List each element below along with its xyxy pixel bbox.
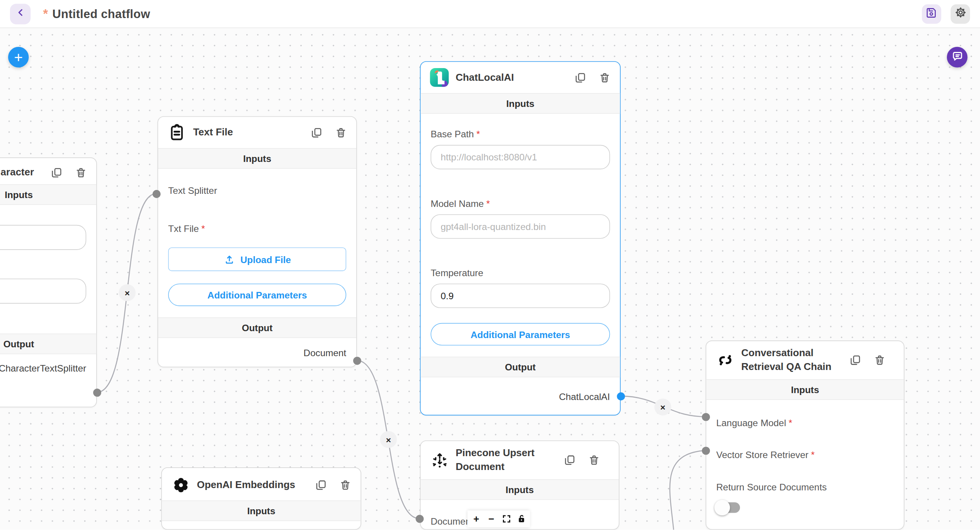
node-conversational-retrieval-qa-chain[interactable]: Conversational Retrieval QA Chain Inputs… — [706, 340, 905, 530]
chat-bubble-icon — [950, 49, 964, 65]
node-inputs: Language Model* Vector Store Retriever* … — [706, 400, 904, 525]
plus-icon: + — [473, 513, 479, 524]
header-actions — [922, 4, 970, 23]
unsaved-indicator: * — [43, 7, 48, 21]
additional-parameters-button[interactable]: Additional Parameters — [168, 283, 346, 306]
node-header: Conversational Retrieval QA Chain — [706, 341, 904, 379]
openai-icon — [171, 475, 190, 494]
flow-canvas[interactable]: × × × + aracter Inputs Output Character — [0, 28, 980, 530]
output-handle-charactertextsplitter[interactable] — [93, 388, 101, 397]
upload-file-label: Upload File — [240, 254, 291, 265]
duplicate-node-button[interactable] — [51, 167, 63, 178]
chevron-left-icon — [15, 7, 26, 21]
output-label: Document — [304, 347, 346, 358]
inputs-section-header: Inputs — [421, 93, 620, 114]
required-marker: * — [789, 417, 792, 428]
back-button[interactable] — [10, 3, 31, 24]
fit-view-button[interactable] — [499, 511, 514, 527]
required-marker: * — [201, 223, 205, 234]
edge-delete-button[interactable]: × — [119, 284, 136, 301]
canvas-controls: + − — [467, 510, 530, 527]
delete-node-button[interactable] — [335, 127, 347, 138]
node-title: Pinecone Upsert Document — [456, 446, 557, 474]
pinecone-icon — [430, 451, 449, 470]
required-marker: * — [486, 198, 490, 209]
param-label: Model Name* — [431, 198, 610, 209]
lock-button[interactable] — [514, 511, 529, 527]
base-path-input[interactable] — [431, 145, 610, 169]
node-header: ChatLocalAI — [421, 62, 620, 93]
node-output-row: Document — [158, 338, 356, 367]
upload-file-button[interactable]: Upload File — [168, 247, 346, 271]
close-icon: × — [125, 288, 130, 298]
toggle-thumb — [715, 500, 730, 515]
param-label: Vector Store Retriever* — [716, 449, 894, 460]
duplicate-node-button[interactable] — [315, 479, 327, 491]
clipboard-icon — [167, 123, 186, 142]
delete-node-button[interactable] — [588, 454, 600, 466]
node-title: OpenAI Embeddings — [197, 478, 308, 492]
output-handle-chatlocalai[interactable] — [616, 392, 624, 400]
duplicate-node-button[interactable] — [574, 72, 586, 83]
node-text-file[interactable]: Text File Inputs Text Splitter Txt File*… — [157, 116, 357, 367]
return-source-documents-toggle[interactable] — [716, 501, 740, 514]
duplicate-node-button[interactable] — [850, 354, 861, 366]
delete-node-button[interactable] — [339, 479, 351, 491]
chat-button[interactable] — [947, 47, 968, 68]
gear-icon — [954, 6, 967, 21]
title-area: * Untitled chatflow — [43, 7, 922, 21]
temperature-input[interactable] — [431, 283, 610, 308]
node-character-text-splitter[interactable]: aracter Inputs Output CharacterTextSplit… — [0, 157, 97, 407]
delete-node-button[interactable] — [874, 354, 886, 366]
node-chatlocalai[interactable]: ChatLocalAI Inputs Base Path* Model Name… — [420, 61, 621, 415]
close-icon: × — [386, 435, 391, 445]
input-handle-pinecone-document[interactable] — [415, 515, 423, 523]
node-inputs: Text Splitter Txt File* Upload File Addi… — [158, 169, 356, 318]
page-title: Untitled chatflow — [52, 7, 150, 21]
add-node-button[interactable]: + — [8, 47, 29, 68]
node-inputs — [0, 205, 96, 315]
param-label: Return Source Documents — [716, 482, 894, 492]
zoom-in-button[interactable]: + — [469, 511, 484, 527]
node-header: aracter — [0, 158, 96, 185]
node-openai-embeddings[interactable]: OpenAI Embeddings Inputs — [161, 467, 361, 530]
settings-button[interactable] — [951, 4, 970, 23]
inputs-section-header: Inputs — [0, 185, 96, 205]
node-title: aracter — [1, 165, 44, 179]
input-handle-vector-store-retriever[interactable] — [701, 447, 710, 455]
text-input[interactable] — [0, 279, 86, 304]
save-button[interactable] — [922, 4, 941, 23]
close-icon: × — [660, 402, 665, 412]
inputs-section-header: Inputs — [162, 500, 361, 521]
duplicate-node-button[interactable] — [564, 454, 576, 466]
param-label: Temperature — [431, 267, 610, 278]
required-marker: * — [811, 449, 815, 460]
additional-parameters-button[interactable]: Additional Parameters — [431, 323, 610, 345]
input-handle-text-splitter[interactable] — [152, 190, 160, 198]
input-handle-language-model[interactable] — [701, 413, 710, 421]
edge-pinecone-to-retriever[interactable] — [670, 450, 706, 530]
output-section-header: Output — [421, 357, 620, 378]
inputs-section-header: Inputs — [421, 479, 619, 500]
delete-node-button[interactable] — [599, 72, 611, 83]
node-header: Pinecone Upsert Document — [421, 441, 619, 479]
text-input[interactable] — [0, 225, 86, 250]
model-name-input[interactable] — [431, 214, 610, 238]
node-header: OpenAI Embeddings — [162, 468, 361, 500]
node-title: Text File — [193, 125, 304, 139]
edge-delete-button[interactable]: × — [380, 431, 397, 448]
output-handle-document[interactable] — [353, 357, 361, 365]
field-temperature: Temperature — [431, 267, 610, 308]
plus-icon: + — [14, 48, 23, 66]
edge-delete-button[interactable]: × — [654, 398, 671, 415]
zoom-out-button[interactable]: − — [484, 511, 499, 527]
delete-node-button[interactable] — [75, 167, 87, 178]
floppy-disk-icon — [926, 7, 938, 21]
lock-icon — [517, 514, 526, 523]
inputs-section-header: Inputs — [158, 148, 356, 169]
app: * Untitled chatflow × × — [0, 0, 980, 530]
localai-llama-icon — [430, 68, 449, 87]
upload-icon — [224, 253, 235, 265]
output-label: CharacterTextSplitter — [0, 363, 86, 374]
duplicate-node-button[interactable] — [311, 127, 322, 138]
